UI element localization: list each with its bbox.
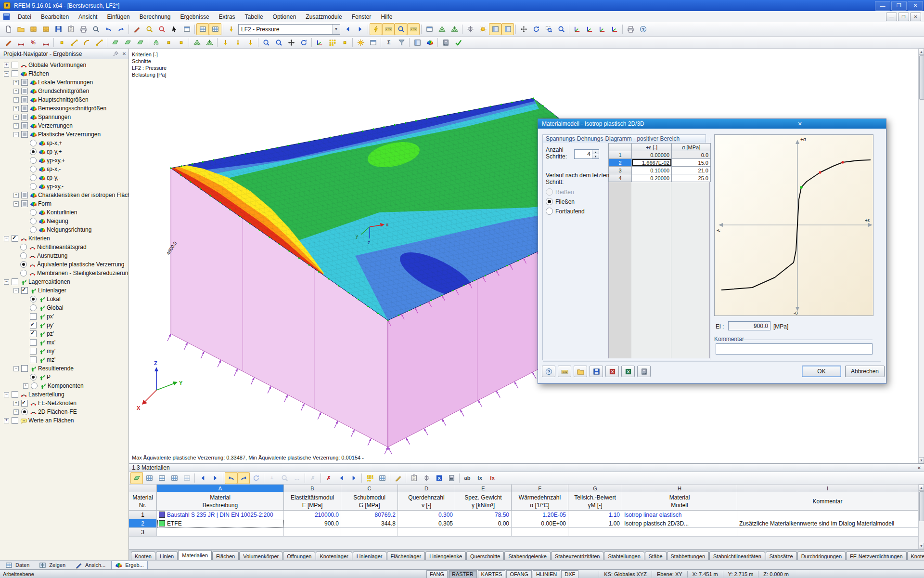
tree-expander-icon[interactable]: − <box>13 201 19 207</box>
tree-item-resultierende[interactable]: −Resultierende <box>0 364 128 373</box>
tree-item-mx-[interactable]: mx' <box>0 338 128 347</box>
display-properties-button[interactable] <box>476 23 489 35</box>
tree-radio[interactable] <box>30 157 37 164</box>
dialog-close-icon[interactable]: ✕ <box>711 120 885 128</box>
undo-table-button[interactable] <box>225 472 237 484</box>
fill-view-button[interactable] <box>363 472 376 484</box>
scroll-thumb[interactable] <box>919 55 924 100</box>
cell[interactable] <box>341 528 398 537</box>
tree-item-global[interactable]: Global <box>0 303 128 312</box>
add-entry-button[interactable]: + <box>266 472 278 484</box>
strain-cell[interactable]: 0.20000 <box>632 174 671 182</box>
tree-expander-icon[interactable]: − <box>4 392 9 397</box>
radio-circle-icon[interactable] <box>546 188 553 196</box>
tree-item-lokal[interactable]: Lokal <box>0 295 128 303</box>
next-load-case-button[interactable] <box>354 23 366 35</box>
toggle-fang[interactable]: FANG <box>426 570 448 578</box>
mesh-settings-button[interactable] <box>203 37 216 49</box>
tree-item-px-[interactable]: px' <box>0 312 128 321</box>
table-tab-liniengelenke[interactable]: Liniengelenke <box>425 552 466 560</box>
tree-item-globale-verformungen[interactable]: +Globale Verformungen <box>0 61 128 69</box>
column-letter-E[interactable]: E <box>455 485 512 492</box>
stress-cell[interactable]: 21.0 <box>672 167 710 174</box>
toggle-hlinien[interactable]: HLINIEN <box>533 570 560 578</box>
menu-tabelle[interactable]: Tabelle <box>240 12 268 22</box>
steps-spinner[interactable]: 4 ▲▼ <box>574 149 599 159</box>
column-letter-B[interactable]: B <box>284 485 341 492</box>
tree-expander-icon[interactable]: + <box>13 106 19 111</box>
table-tab-stabteilungen[interactable]: Stabteilungen <box>604 552 644 560</box>
table-tab-fe-netzverdichtungen[interactable]: FE-Netzverdichtungen <box>846 552 906 560</box>
zoom-circle-button[interactable] <box>155 23 168 35</box>
fe-mesh-button[interactable] <box>436 23 448 35</box>
new-arc-button[interactable] <box>80 37 93 49</box>
dimension-slope-button[interactable] <box>39 37 52 49</box>
generate-model-button[interactable] <box>130 23 143 35</box>
tree-item-lastverteilung[interactable]: −Lastverteilung <box>0 390 128 399</box>
table-scroll-down-icon[interactable]: ▼ <box>919 543 924 549</box>
render-model-button[interactable] <box>464 23 476 35</box>
column-letter-G[interactable]: G <box>568 485 622 492</box>
table-tab-volumenkörper[interactable]: Volumenkörper <box>239 552 282 560</box>
tree-item-p[interactable]: P <box>0 373 128 381</box>
table-tab-materialien[interactable]: Materialien <box>178 550 212 560</box>
tree-item-py-[interactable]: py' <box>0 321 128 329</box>
fe-mesh-settings-button[interactable] <box>448 23 461 35</box>
stress-strain-table[interactable]: +ε [-]σ [MPa]10.000000.021.6667E-0215.03… <box>608 143 711 182</box>
cell[interactable]: 0.300 <box>398 511 455 519</box>
tree-item-mz-[interactable]: mz' <box>0 355 128 364</box>
tree-item--p-x-[interactable]: εp-x,+ <box>0 139 128 147</box>
tree-item--p-xy-[interactable]: γp-xy,+ <box>0 156 128 165</box>
window-maximize-icon[interactable]: ❐ <box>891 1 907 11</box>
ok-button[interactable]: OK <box>802 366 841 377</box>
table-print-button[interactable] <box>180 472 193 484</box>
row-insert-button[interactable] <box>335 472 347 484</box>
table-tab-flächenlager[interactable]: Flächenlager <box>387 552 425 560</box>
row-append-button[interactable] <box>347 472 360 484</box>
menu-optionen[interactable]: Optionen <box>268 12 301 22</box>
load-case-icon-button[interactable] <box>225 23 237 35</box>
refresh-table-button[interactable] <box>250 472 262 484</box>
work-plane-button[interactable] <box>313 37 326 49</box>
tree-radio[interactable] <box>30 140 37 146</box>
radio-fortlaufend[interactable]: Fortlaufend <box>546 208 585 215</box>
table-tab-durchdringungen[interactable]: Durchdringungen <box>797 552 846 560</box>
tree-expander-icon[interactable]: + <box>23 383 28 389</box>
print-preview-button[interactable] <box>90 23 102 35</box>
material-row-1[interactable]: 1Baustahl S 235 JR | DIN EN 10025-2:2002… <box>129 511 918 519</box>
tree-item-fe-netzknoten[interactable]: +FE-Netzknoten <box>0 399 128 407</box>
table-tab-öffnungen[interactable]: Öffnungen <box>283 552 315 560</box>
open-file-button[interactable] <box>14 23 27 35</box>
dialog-table-row-header[interactable]: 1 <box>609 151 631 158</box>
tree-item-werte-an-flächen[interactable]: +xxWerte an Flächen <box>0 416 128 425</box>
tree-radio[interactable] <box>30 174 37 181</box>
tree-expander-icon[interactable]: − <box>4 236 9 241</box>
cell[interactable]: 210000.0 <box>284 511 341 519</box>
zoom-window-button[interactable] <box>542 23 555 35</box>
cell[interactable]: 0.00E+00 <box>512 519 568 528</box>
navigator-toggle-button[interactable] <box>501 23 514 35</box>
tree-item-plastische-verzerrungen[interactable]: −Plastische Verzerrungen <box>0 130 128 139</box>
menu-bearbeiten[interactable]: Bearbeiten <box>36 12 74 22</box>
previous-load-case-button[interactable] <box>341 23 354 35</box>
zoom-all-button[interactable] <box>260 37 272 49</box>
tree-expander-icon[interactable]: − <box>13 132 19 137</box>
tree-checkbox[interactable] <box>21 287 28 294</box>
find-entry-button[interactable] <box>278 472 291 484</box>
table-tab-stäbe[interactable]: Stäbe <box>645 552 667 560</box>
tree-expander-icon[interactable]: + <box>13 89 19 94</box>
zoom-previous-button[interactable] <box>272 37 285 49</box>
select-pointer-button[interactable] <box>168 23 180 35</box>
new-node-button[interactable] <box>55 37 68 49</box>
table-layout-button[interactable] <box>209 23 221 35</box>
panel-tab-zeigen[interactable]: Zeigen <box>35 561 69 570</box>
new-model-button[interactable] <box>2 23 14 35</box>
cell[interactable]: Baustahl S 235 JR | DIN EN 10025-2:200 <box>157 511 284 519</box>
tree-checkbox[interactable] <box>30 348 37 355</box>
cell[interactable]: Isotrop linear elastisch <box>622 511 737 519</box>
tree-item--p-y-[interactable]: εp-y,+ <box>0 147 128 156</box>
tree-item-lokale-verformungen[interactable]: +Lokale Verformungen <box>0 78 128 87</box>
combo-dropdown-icon[interactable]: ▼ <box>332 25 340 34</box>
rotate-view-2-button[interactable] <box>297 37 310 49</box>
cell[interactable]: 344.8 <box>341 519 398 528</box>
